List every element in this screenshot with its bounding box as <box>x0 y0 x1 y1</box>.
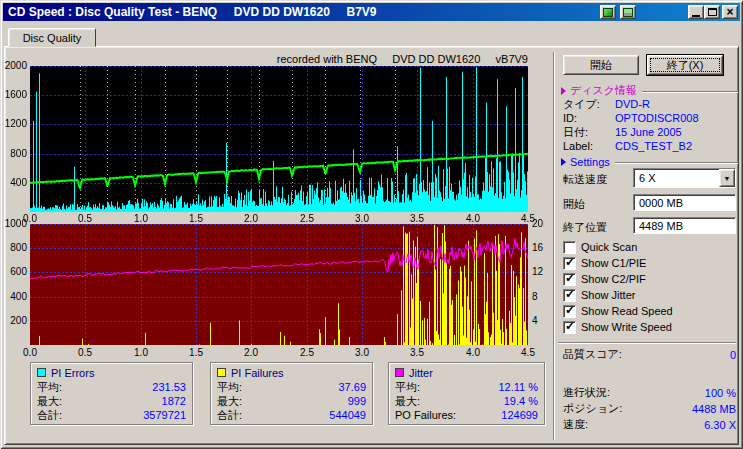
titlebar-extra-icon-1[interactable] <box>600 5 616 19</box>
disc-info-value: DVD-R <box>615 98 650 110</box>
start-button[interactable]: 開始 <box>563 55 639 75</box>
stat-box-header: Jitter <box>395 365 538 380</box>
settings-bullet-icon <box>561 158 566 166</box>
checkbox-show-c1-pie[interactable]: ✓Show C1/PIE <box>563 256 646 270</box>
status-label: ポジション: <box>563 401 622 416</box>
-field[interactable]: 4489 MB <box>633 217 736 234</box>
stat-box-header: PI Failures <box>217 365 366 380</box>
pi-failures-swatch-icon <box>217 368 226 377</box>
stat-label: 合計: <box>37 408 62 423</box>
stat-value: 3579721 <box>143 409 186 421</box>
tab-disc-quality[interactable]: Disc Quality <box>8 28 96 47</box>
x-axis-label: 2.5 <box>292 213 322 225</box>
disc-info-bullet-icon <box>561 87 566 95</box>
stat-row: 合計:3579721 <box>37 408 186 422</box>
status-value: 6.30 X <box>704 419 736 431</box>
score-separator <box>558 342 736 344</box>
minimize-button[interactable] <box>688 5 704 19</box>
stat-value: 12.11 % <box>498 381 538 393</box>
disc-info-label: 日付: <box>563 125 615 140</box>
disc-info-label: タイプ: <box>563 97 615 112</box>
checkbox-box[interactable]: ✓ <box>563 273 576 286</box>
stat-label: PO Failures: <box>395 409 456 421</box>
checkbox-label: Show Write Speed <box>581 321 672 333</box>
exit-button[interactable]: 終了(X) <box>647 55 723 75</box>
x-axis-label: 3.0 <box>347 347 377 359</box>
checkbox-box[interactable]: ✓ <box>563 257 576 270</box>
y-axis-label: 8 <box>532 291 550 303</box>
stat-box-title: PI Failures <box>231 367 284 379</box>
y-axis-label: 4 <box>532 315 550 327</box>
tab-label: Disc Quality <box>23 32 82 44</box>
disc-info-row: ID:OPTODISCR008 <box>563 111 736 125</box>
stat-row: 最大:1872 <box>37 394 186 408</box>
chevron-down-icon: ▼ <box>724 175 731 182</box>
titlebar-extra-icon-2[interactable] <box>620 5 636 19</box>
checkbox-box[interactable]: ✓ <box>563 305 576 318</box>
stat-label: 平均: <box>217 380 242 395</box>
stat-label: 平均: <box>395 380 420 395</box>
checkbox-label: Show Jitter <box>581 289 635 301</box>
quality-score-row: 品質スコア: 0 <box>563 348 736 361</box>
status-label: 進行状況: <box>563 385 610 400</box>
maximize-button[interactable] <box>704 5 720 19</box>
disc-icon <box>603 8 613 17</box>
stat-row: 最大:19.4 % <box>395 394 538 408</box>
status-label: 速度: <box>563 417 588 432</box>
y-axis-label: 16 <box>532 242 550 254</box>
stat-box-title: PI Errors <box>51 367 94 379</box>
stat-value: 19.4 % <box>504 395 538 407</box>
checkbox-box[interactable]: ✓ <box>563 289 576 302</box>
status-row-: 進行状況:100 % <box>563 386 736 399</box>
y-axis-label: 1600 <box>1 89 27 101</box>
check-icon: ✓ <box>565 271 575 285</box>
x-axis-label: 3.5 <box>402 213 432 225</box>
y-axis-label: 200 <box>1 315 27 327</box>
checkbox-quick-scan[interactable]: Quick Scan <box>563 240 637 254</box>
drive-icon <box>623 8 633 17</box>
status-row-: ポジション:4488 MB <box>563 402 736 415</box>
stat-value: 231.53 <box>152 381 186 393</box>
stat-box-title: Jitter <box>409 367 433 379</box>
-label: 終了位置 <box>563 220 607 235</box>
checkbox-label: Quick Scan <box>581 241 637 253</box>
panel-separator <box>553 52 555 440</box>
checkbox-show-read-speed[interactable]: ✓Show Read Speed <box>563 304 673 318</box>
checkbox-show-jitter[interactable]: ✓Show Jitter <box>563 288 635 302</box>
checkbox-box[interactable] <box>563 241 576 254</box>
disc-info-value: OPTODISCR008 <box>615 112 699 124</box>
x-axis-label: 2.5 <box>292 347 322 359</box>
pif-jitter-chart-canvas <box>30 224 528 345</box>
y-axis-label: 800 <box>1 242 27 254</box>
close-button[interactable]: × <box>722 5 738 19</box>
check-icon: ✓ <box>565 255 575 269</box>
combo-value: 6 X <box>639 172 656 184</box>
x-axis-label: 1.0 <box>126 347 156 359</box>
quality-score-label: 品質スコア: <box>563 347 622 362</box>
stat-row: 平均:12.11 % <box>395 380 538 394</box>
quality-score-value: 0 <box>730 349 736 361</box>
x-axis-label: 0.5 <box>70 213 100 225</box>
disc-info-label: Label: <box>563 140 615 152</box>
checkbox-show-c2-pif[interactable]: ✓Show C2/PIF <box>563 272 646 286</box>
y-axis-label: 600 <box>1 266 27 278</box>
checkbox-box[interactable]: ✓ <box>563 321 576 334</box>
transfer-speed-combo[interactable]: 6 X▼ <box>633 168 736 188</box>
window-title: CD Speed : Disc Quality Test - BENQ DVD … <box>3 5 377 19</box>
combo-dropdown-button[interactable]: ▼ <box>719 169 735 187</box>
stat-label: 最大: <box>37 394 62 409</box>
stat-value: 544049 <box>329 409 366 421</box>
stat-row: 合計:544049 <box>217 408 366 422</box>
stat-box-pi-failures: PI Failures平均:37.69最大:999合計:544049 <box>210 362 373 425</box>
x-axis-label: 2.0 <box>236 213 266 225</box>
stat-value: 37.69 <box>338 381 366 393</box>
stat-row: 最大:999 <box>217 394 366 408</box>
stat-row: PO Failures:124699 <box>395 408 538 422</box>
checkbox-show-write-speed[interactable]: ✓Show Write Speed <box>563 320 672 334</box>
-field[interactable]: 0000 MB <box>633 194 736 211</box>
app-window: CD Speed : Disc Quality Test - BENQ DVD … <box>0 0 743 449</box>
disc-info-list: タイプ:DVD-RID:OPTODISCR008日付:15 June 2005L… <box>563 97 736 153</box>
titlebar: CD Speed : Disc Quality Test - BENQ DVD … <box>3 3 740 21</box>
jitter-swatch-icon <box>395 368 404 377</box>
y-axis-label: 12 <box>532 266 550 278</box>
